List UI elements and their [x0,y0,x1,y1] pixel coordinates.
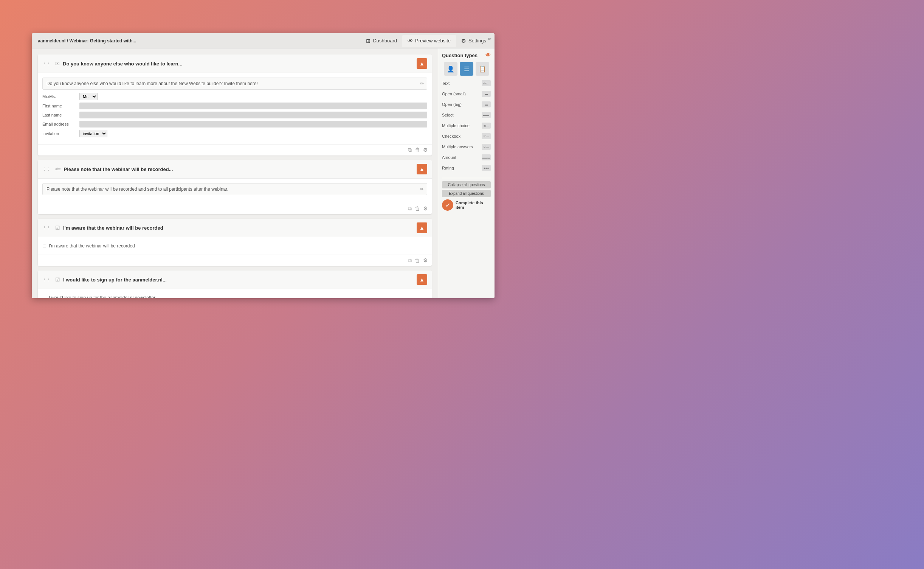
breadcrumb-page: Webinar: Getting started with... [69,38,136,44]
browser-content: ⋮⋮ ✉ Do you know anyone else who would l… [32,48,495,298]
question-title-3: I'm aware that the webinar will be recor… [63,225,163,231]
delete-icon-1[interactable]: 🗑 [415,147,420,153]
edit-icon-1[interactable]: ✏ [420,81,424,86]
qt-text-icon[interactable]: abc... [482,80,491,86]
checkbox-label-4: I would like to sign up for the aanmelde… [49,295,155,298]
qt-multiple-choice-icons: ◉— [482,123,491,129]
qt-open-big-icon[interactable]: ▬ [482,101,491,107]
type-icon-person[interactable]: 👤 [444,62,457,76]
question-body-2: Please note that the webinar will be rec… [38,179,432,203]
breadcrumb: aanmelder.nl / Webinar: Getting started … [35,38,361,44]
question-title-2: Please note that the webinar will be rec… [64,166,173,172]
question-title-1: Do you know anyone else who would like t… [63,61,182,67]
question-block-1: ⋮⋮ ✉ Do you know anyone else who would l… [38,54,432,155]
expand-all-btn[interactable]: Expand all questions [442,190,491,197]
sidebar: Question types 👁 👤 ☰ 📋 Text abc... Open … [438,48,495,298]
browser-window: aanmelder.nl / Webinar: Getting started … [32,33,495,298]
label-firstname: First name [42,104,76,108]
settings-icon-2[interactable]: ⚙ [423,205,428,212]
drag-handle-1[interactable]: ⋮⋮ [42,61,51,66]
collapse-expand-btns: Collapse all questions Expand all questi… [442,181,491,197]
complete-item-sidebar[interactable]: ✓ Complete this item [442,199,491,211]
type-icon-clipboard[interactable]: 📋 [476,62,489,76]
type-icons-top: 👤 ☰ 📋 [442,62,491,76]
tab-settings[interactable]: ⚙ Settings [456,35,491,47]
tab-dashboard-label: Dashboard [373,38,397,44]
label-email: Email address [42,122,76,126]
label-invitation: Invitation [42,131,76,136]
collapse-all-btn[interactable]: Collapse all questions [442,181,491,188]
input-email[interactable] [79,121,427,127]
qt-checkbox: Checkbox ☑— [442,132,491,140]
question-header-4: ⋮⋮ ☑ I would like to sign up for the aan… [38,271,432,289]
input-firstname[interactable] [79,103,427,109]
tab-dashboard[interactable]: ⊞ Dashboard [361,35,402,47]
delete-icon-2[interactable]: 🗑 [415,205,420,212]
checkbox-row-3: ☐ I'm aware that the webinar will be rec… [42,242,427,250]
qt-amount-label: Amount [442,155,456,160]
qt-amount: Amount ▬▬▬ [442,154,491,161]
question-title-area-3: ⋮⋮ ☑ I'm aware that the webinar will be … [42,225,417,231]
collapse-btn-4[interactable]: ▲ [417,274,427,285]
preview-icon: 👁 [408,38,413,44]
complete-circle-lg: ✓ [442,199,453,211]
qt-open-small-icon[interactable]: ▬ [482,91,491,97]
complete-item-text: Complete this item [456,201,491,210]
checkbox-icon-4: ☐ [42,295,47,298]
action-bar-1: ⧉ 🗑 ⚙ [38,144,432,155]
question-block-3: ⋮⋮ ☑ I'm aware that the webinar will be … [38,219,432,266]
qt-text: Text abc... [442,79,491,87]
qt-multiple-answers: Multiple answers ☑— [442,143,491,151]
input-lastname[interactable] [79,112,427,118]
qt-select-label: Select [442,113,454,117]
qt-ma-icon[interactable]: ☑— [482,144,491,150]
eye-icon[interactable]: 👁 [485,52,491,58]
sidebar-title: Question types 👁 [442,52,491,58]
sidebar-divider [442,178,491,178]
question-header-3: ⋮⋮ ☑ I'm aware that the webinar will be … [38,219,432,237]
question-block-2: ⋮⋮ abc Please note that the webinar will… [38,160,432,214]
qt-open-small: Open (small) ▬ [442,90,491,98]
question-type-icon-3: ☑ [55,225,60,231]
qt-select-icon[interactable]: ▬▬ [482,112,491,118]
drag-handle-3[interactable]: ⋮⋮ [42,225,51,230]
qt-mc-icon[interactable]: ◉— [482,123,491,129]
settings-icon-1[interactable]: ⚙ [423,147,428,153]
select-invitation[interactable]: invitation [79,130,107,137]
form-row-lastname: Last name [42,112,427,118]
qt-cb-icon[interactable]: ☑— [482,133,491,139]
question-text-2: Please note that the webinar will be rec… [42,183,427,195]
collapse-btn-1[interactable]: ▲ [417,58,427,69]
qt-select: Select ▬▬ [442,111,491,119]
edit-icon-2[interactable]: ✏ [420,187,424,192]
collapse-btn-3[interactable]: ▲ [417,222,427,233]
delete-icon-3[interactable]: 🗑 [415,257,420,264]
settings-icon-3[interactable]: ⚙ [423,257,428,264]
question-title-area-2: ⋮⋮ abc Please note that the webinar will… [42,166,417,172]
select-mrms[interactable]: Mr. Ms. [79,93,98,100]
breadcrumb-site: aanmelder.nl [38,38,65,44]
tab-preview[interactable]: 👁 Preview website [402,35,456,47]
qt-multiple-answers-label: Multiple answers [442,145,473,149]
copy-icon-2[interactable]: ⧉ [408,205,412,212]
qt-select-icons: ▬▬ [482,112,491,118]
qt-amount-icons: ▬▬▬ [482,154,491,160]
copy-icon-1[interactable]: ⧉ [408,147,412,153]
drag-handle-4[interactable]: ⋮⋮ [42,277,51,282]
qt-amount-icon[interactable]: ▬▬▬ [482,154,491,160]
checkbox-row-4: ☐ I would like to sign up for the aanmel… [42,294,427,298]
tab-settings-label: Settings [468,38,486,44]
type-icon-list[interactable]: ☰ [460,62,473,76]
copy-icon-3[interactable]: ⧉ [408,257,412,264]
collapse-btn-2[interactable]: ▲ [417,164,427,174]
question-title-area-1: ⋮⋮ ✉ Do you know anyone else who would l… [42,61,417,67]
drag-handle-2[interactable]: ⋮⋮ [42,167,51,172]
action-bar-2: ⧉ 🗑 ⚙ [38,203,432,214]
form-row-firstname: First name [42,103,427,109]
qt-open-big-icons: ▬ [482,101,491,107]
qt-checkbox-icons: ☑— [482,133,491,139]
question-body-1: Do you know anyone else who would like t… [38,73,432,144]
question-text-1: Do you know anyone else who would like t… [42,78,427,90]
question-body-3: ☐ I'm aware that the webinar will be rec… [38,237,432,255]
qt-rating-icon[interactable]: ●●● [482,165,491,171]
